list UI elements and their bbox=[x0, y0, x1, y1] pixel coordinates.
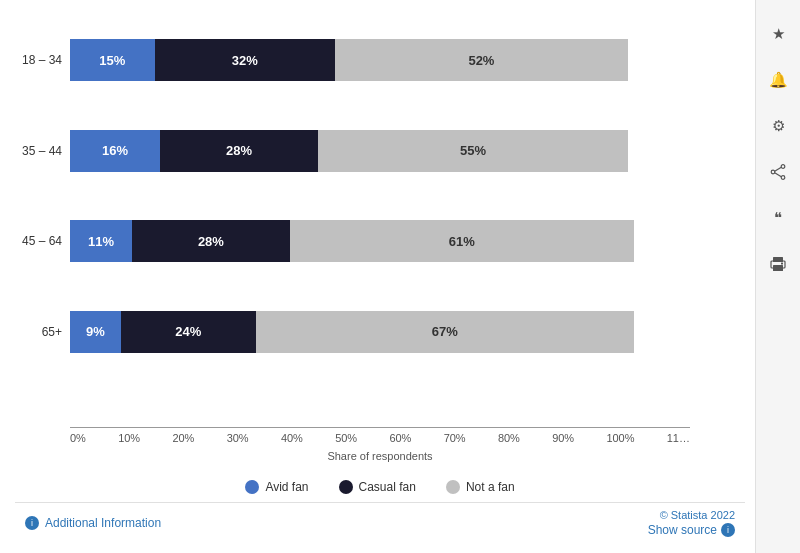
x-tick: 60% bbox=[389, 432, 411, 444]
x-tick: 80% bbox=[498, 432, 520, 444]
x-tick: 20% bbox=[172, 432, 194, 444]
statista-credit: © Statista 2022 bbox=[660, 509, 735, 521]
legend: Avid fanCasual fanNot a fan bbox=[15, 472, 745, 502]
bar-segment-avid: 9% bbox=[70, 311, 121, 353]
bar-group: 15%32%52% bbox=[70, 39, 690, 81]
bars-wrapper: 15%32%52%16%28%55%11%28%61%9%24%67% bbox=[70, 15, 745, 427]
bar-segment-not-fan: 52% bbox=[335, 39, 628, 81]
legend-dot bbox=[446, 480, 460, 494]
x-tick: 70% bbox=[444, 432, 466, 444]
svg-line-3 bbox=[775, 167, 782, 171]
legend-item: Avid fan bbox=[245, 480, 308, 494]
svg-rect-8 bbox=[781, 263, 783, 265]
quote-icon[interactable]: ❝ bbox=[764, 204, 792, 232]
additional-info-label: Additional Information bbox=[45, 516, 161, 530]
bar-row: 15%32%52% bbox=[70, 33, 745, 88]
svg-point-0 bbox=[781, 165, 785, 169]
svg-line-4 bbox=[775, 173, 782, 177]
legend-item: Not a fan bbox=[446, 480, 515, 494]
x-tick: 100% bbox=[606, 432, 634, 444]
bar-segment-casual: 32% bbox=[155, 39, 335, 81]
legend-label: Not a fan bbox=[466, 480, 515, 494]
y-axis-label: 45 – 64 bbox=[22, 234, 62, 248]
y-axis-label: 35 – 44 bbox=[22, 144, 62, 158]
y-axis: 18 – 3435 – 4445 – 6465+ bbox=[15, 15, 70, 427]
y-axis-label: 65+ bbox=[42, 325, 62, 339]
x-tick: 90% bbox=[552, 432, 574, 444]
bar-row: 11%28%61% bbox=[70, 214, 745, 269]
x-axis-label: Share of respondents bbox=[70, 450, 690, 462]
bar-row: 9%24%67% bbox=[70, 304, 745, 359]
x-tick: 10% bbox=[118, 432, 140, 444]
x-tick: 0% bbox=[70, 432, 86, 444]
chart-container: 18 – 3435 – 4445 – 6465+ 15%32%52%16%28%… bbox=[15, 15, 745, 502]
legend-dot bbox=[339, 480, 353, 494]
chart-area: 18 – 3435 – 4445 – 6465+ 15%32%52%16%28%… bbox=[15, 15, 745, 427]
legend-label: Avid fan bbox=[265, 480, 308, 494]
x-axis-container: 0%10%20%30%40%50%60%70%80%90%100%11… Sha… bbox=[70, 427, 745, 462]
bar-segment-not-fan: 55% bbox=[318, 130, 628, 172]
x-ticks: 0%10%20%30%40%50%60%70%80%90%100%11… bbox=[70, 427, 690, 444]
bar-segment-casual: 28% bbox=[160, 130, 318, 172]
bell-icon[interactable]: 🔔 bbox=[764, 66, 792, 94]
y-axis-label: 18 – 34 bbox=[22, 53, 62, 67]
show-source-label: Show source bbox=[648, 523, 717, 537]
x-tick: 11… bbox=[667, 432, 690, 444]
svg-point-2 bbox=[771, 170, 775, 174]
bar-segment-avid: 11% bbox=[70, 220, 132, 262]
bar-row: 16%28%55% bbox=[70, 123, 745, 178]
gear-icon[interactable]: ⚙ bbox=[764, 112, 792, 140]
legend-dot bbox=[245, 480, 259, 494]
bar-group: 11%28%61% bbox=[70, 220, 690, 262]
main-area: 18 – 3435 – 4445 – 6465+ 15%32%52%16%28%… bbox=[0, 0, 755, 553]
bar-segment-not-fan: 61% bbox=[290, 220, 634, 262]
print-icon[interactable] bbox=[764, 250, 792, 278]
sidebar: ★ 🔔 ⚙ ❝ bbox=[755, 0, 800, 553]
x-tick: 40% bbox=[281, 432, 303, 444]
x-tick: 30% bbox=[227, 432, 249, 444]
info-icon: i bbox=[25, 516, 39, 530]
bar-segment-not-fan: 67% bbox=[256, 311, 634, 353]
additional-info-button[interactable]: i Additional Information bbox=[25, 516, 161, 530]
bar-segment-avid: 16% bbox=[70, 130, 160, 172]
svg-point-1 bbox=[781, 176, 785, 180]
bar-segment-casual: 28% bbox=[132, 220, 290, 262]
show-source-button[interactable]: Show source i bbox=[648, 523, 735, 537]
footer-right: © Statista 2022 Show source i bbox=[648, 509, 735, 537]
show-source-icon: i bbox=[721, 523, 735, 537]
bar-group: 9%24%67% bbox=[70, 311, 690, 353]
x-axis: 0%10%20%30%40%50%60%70%80%90%100%11… Sha… bbox=[70, 427, 690, 462]
svg-rect-7 bbox=[773, 265, 783, 271]
legend-item: Casual fan bbox=[339, 480, 416, 494]
x-tick: 50% bbox=[335, 432, 357, 444]
bar-segment-avid: 15% bbox=[70, 39, 155, 81]
star-icon[interactable]: ★ bbox=[764, 20, 792, 48]
footer: i Additional Information © Statista 2022… bbox=[15, 502, 745, 543]
bar-segment-casual: 24% bbox=[121, 311, 256, 353]
share-icon[interactable] bbox=[764, 158, 792, 186]
bar-group: 16%28%55% bbox=[70, 130, 690, 172]
legend-label: Casual fan bbox=[359, 480, 416, 494]
